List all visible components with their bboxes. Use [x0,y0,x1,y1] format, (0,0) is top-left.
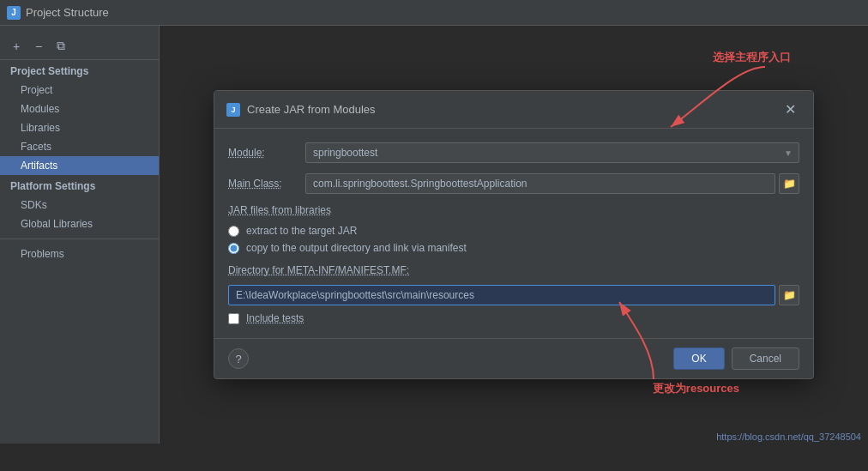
project-settings-section: Project Settings [0,60,159,81]
dialog-title: Create JAR from Modules [247,103,376,116]
dialog-overlay: J Create JAR from Modules ✕ Module: [160,26,868,444]
main-class-label: Main Class: [228,178,305,190]
directory-browse-button[interactable]: 📁 [779,285,799,305]
app-icon: J [7,6,21,20]
sidebar-item-facets[interactable]: Facets [0,137,159,156]
content-area: J Create JAR from Modules ✕ Module: [160,26,868,444]
sidebar-item-sdks[interactable]: SDKs [0,196,159,214]
module-row: Module: springboottest [228,142,799,163]
directory-input[interactable] [228,285,775,305]
sidebar-divider [0,239,159,239]
radio-group: extract to the target JAR copy to the ou… [228,225,799,254]
radio-extract: extract to the target JAR [228,225,799,237]
include-tests-label: Include tests [246,312,304,324]
cancel-button[interactable]: Cancel [732,347,799,370]
main-class-control: 📁 [305,173,799,194]
radio-copy: copy to the output directory and link vi… [228,242,799,254]
copy-button[interactable]: ⧉ [51,37,70,56]
dialog-footer: ? OK Cancel [214,338,813,378]
create-jar-dialog: J Create JAR from Modules ✕ Module: [214,90,814,379]
radio-copy-label: copy to the output directory and link vi… [246,242,467,254]
include-tests-row: Include tests [228,312,799,324]
window-title: Project Structure [26,6,109,19]
module-label: Module: [228,147,305,159]
include-tests-checkbox[interactable] [228,313,239,324]
main-class-browse-button[interactable]: 📁 [779,173,799,194]
module-select[interactable]: springboottest [305,142,799,163]
platform-settings-section: Platform Settings [0,175,159,196]
sidebar-item-modules[interactable]: Modules [0,100,159,118]
sidebar-item-project[interactable]: Project [0,81,159,100]
ok-button[interactable]: OK [673,347,724,370]
title-bar: J Project Structure [0,0,868,26]
dialog-close-button[interactable]: ✕ [780,100,801,119]
sidebar-toolbar: + − ⧉ [0,33,159,60]
sidebar-item-problems[interactable]: Problems [0,245,159,263]
directory-label: Directory for META-INF/MANIFEST.MF: [228,264,799,276]
dialog-icon: J [226,103,240,117]
sidebar-item-artifacts[interactable]: Artifacts [0,156,159,175]
main-class-input[interactable] [305,173,775,194]
footer-buttons: OK Cancel [673,347,799,370]
dialog-title-bar: J Create JAR from Modules ✕ [214,91,813,129]
add-button[interactable]: + [7,37,26,56]
sidebar: + − ⧉ Project Settings Project Modules L… [0,26,160,444]
main-class-row: Main Class: 📁 [228,173,799,194]
remove-button[interactable]: − [29,37,48,56]
directory-control: 📁 [228,285,799,305]
radio-extract-label: extract to the target JAR [246,225,357,237]
jar-files-section-title: JAR files from libraries [228,204,799,216]
sidebar-item-libraries[interactable]: Libraries [0,118,159,137]
main-layout: + − ⧉ Project Settings Project Modules L… [0,26,868,444]
module-select-wrapper: springboottest [305,142,799,163]
dialog-body: Module: springboottest Main Class: [214,129,813,338]
sidebar-item-global-libraries[interactable]: Global Libraries [0,214,159,233]
dialog-title-content: J Create JAR from Modules [226,103,376,117]
radio-copy-input[interactable] [228,243,239,254]
help-button[interactable]: ? [228,348,249,369]
radio-extract-input[interactable] [228,226,239,237]
module-control: springboottest [305,142,799,163]
